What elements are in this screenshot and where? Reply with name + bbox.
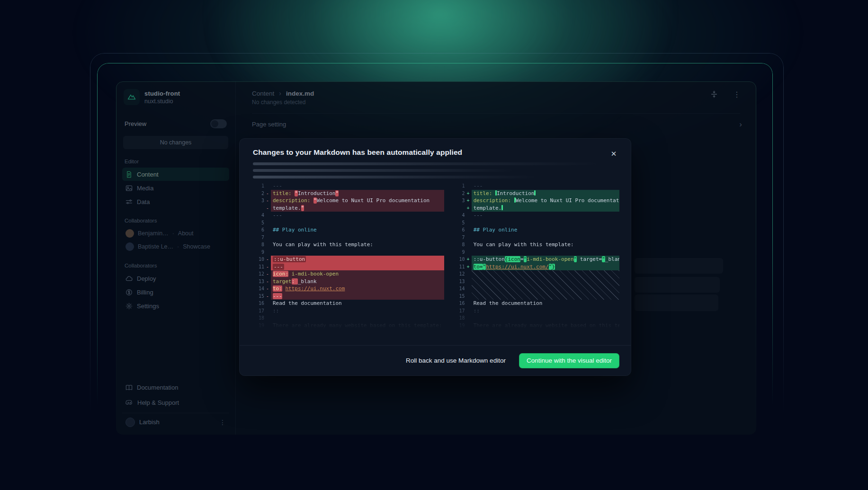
marker-empty bbox=[465, 241, 472, 249]
code-segment: : bbox=[292, 278, 298, 285]
deletion-marker: - bbox=[264, 256, 271, 263]
marker-empty bbox=[465, 293, 472, 300]
code-text: template." bbox=[271, 205, 444, 212]
line-number: 16 bbox=[452, 300, 465, 307]
code-text: --- bbox=[472, 182, 645, 190]
code-segment: } bbox=[552, 264, 555, 270]
code-text: to="https://ui.nuxt.com/"} bbox=[472, 263, 645, 271]
marker-empty bbox=[465, 278, 472, 285]
code-segment: description: bbox=[474, 197, 511, 204]
rollback-button[interactable]: Roll back and use Markdown editor bbox=[406, 357, 506, 364]
line-number: 6 bbox=[251, 226, 264, 234]
code-segment: ## Play online bbox=[273, 227, 317, 233]
deletion-marker: - bbox=[264, 278, 271, 285]
code-segment: to: bbox=[273, 285, 282, 292]
diff-pane-additions: 1---2+title: Introduction3+description: … bbox=[452, 182, 645, 333]
diff-line: 5 bbox=[251, 219, 444, 227]
code-text: title: Introduction bbox=[472, 190, 645, 197]
code-segment: --- bbox=[273, 264, 284, 270]
marker-empty bbox=[465, 226, 472, 234]
code-segment: description: bbox=[273, 197, 310, 204]
code-segment: ## Play online bbox=[474, 227, 518, 233]
line-number: 1 bbox=[452, 182, 465, 190]
line-number: 8 bbox=[452, 241, 465, 249]
code-segment: Introduction bbox=[298, 190, 335, 196]
code-text: --- bbox=[271, 263, 444, 271]
diff-line: 18 bbox=[452, 314, 645, 322]
diff-line: 17:: bbox=[452, 307, 645, 315]
code-text: icon: i-mdi-book-open bbox=[271, 270, 444, 278]
code-text: You can play with this template: bbox=[472, 241, 645, 249]
line-number: 7 bbox=[452, 234, 465, 241]
diff-line: 9 bbox=[251, 249, 444, 256]
deletion-marker: - bbox=[264, 197, 271, 205]
code-text: --- bbox=[271, 182, 444, 190]
diff-pane-deletions: 1---2-title: "Introduction"3-description… bbox=[251, 182, 444, 333]
line-number: 11 bbox=[251, 263, 264, 271]
diff-line: 2+title: Introduction bbox=[452, 190, 645, 197]
marker-empty bbox=[465, 219, 472, 227]
diff-line: 11+to="https://ui.nuxt.com/"} bbox=[452, 263, 645, 271]
code-text: --- bbox=[271, 212, 444, 219]
code-segment: --- bbox=[474, 212, 483, 218]
code-segment: --- bbox=[273, 293, 282, 299]
code-segment: Read the documentation bbox=[474, 300, 543, 306]
line-number: 9 bbox=[251, 249, 264, 256]
code-segment: --- bbox=[273, 183, 282, 189]
diff-line: 3+description: Welcome to Nuxt UI Pro do… bbox=[452, 197, 645, 205]
code-segment bbox=[511, 197, 514, 204]
diff-line: 1--- bbox=[251, 182, 444, 190]
code-text: to: https://ui.nuxt.com bbox=[271, 285, 444, 293]
code-text bbox=[472, 219, 645, 227]
code-segment: Welcome to Nuxt UI Pro documentation bbox=[516, 197, 628, 204]
code-text bbox=[472, 314, 645, 322]
diff-line: 16Read the documentation bbox=[452, 300, 645, 307]
diff-line: +template. bbox=[452, 205, 645, 212]
diff-line: 10+::u-button{icon="i-mdi-book-open" tar… bbox=[452, 256, 645, 263]
marker-empty bbox=[465, 182, 472, 190]
code-text bbox=[271, 219, 444, 227]
deletion-marker: - bbox=[264, 190, 271, 197]
diff-line: 6## Play online bbox=[251, 226, 444, 234]
marker-empty bbox=[465, 234, 472, 241]
code-text: ## Play online bbox=[472, 226, 645, 234]
code-text: --- bbox=[271, 293, 444, 300]
line-number: 10 bbox=[452, 256, 465, 263]
code-text: Read the documentation bbox=[271, 300, 444, 307]
close-icon[interactable]: ✕ bbox=[609, 149, 618, 159]
diff-line: 18 bbox=[251, 314, 444, 322]
line-number: 8 bbox=[251, 241, 264, 249]
deletion-marker: - bbox=[264, 285, 271, 293]
code-text: title: "Introduction" bbox=[271, 190, 444, 197]
code-segment: icon: bbox=[273, 271, 288, 277]
line-number: 6 bbox=[452, 226, 465, 234]
marker-empty bbox=[465, 322, 472, 330]
marker-empty bbox=[465, 285, 472, 293]
code-text: --- bbox=[472, 212, 645, 219]
deletion-marker: - bbox=[264, 263, 271, 271]
modal-title: Changes to your Markdown has been automa… bbox=[240, 139, 631, 157]
line-number: 5 bbox=[452, 219, 465, 227]
code-segment: :: bbox=[273, 308, 279, 314]
code-text: :: bbox=[472, 307, 645, 315]
line-number: 5 bbox=[251, 219, 264, 227]
marker-empty bbox=[465, 249, 472, 256]
diff-line: 7 bbox=[251, 234, 444, 241]
code-segment: " bbox=[624, 256, 627, 262]
continue-button[interactable]: Continue with the visual editor bbox=[519, 353, 619, 368]
marker-empty bbox=[465, 212, 472, 219]
line-number: 2 bbox=[251, 190, 264, 197]
diff-line: 8You can play with this template: bbox=[452, 241, 645, 249]
diff-line: 2-title: "Introduction" bbox=[251, 190, 444, 197]
marker-empty bbox=[465, 270, 472, 278]
code-segment: _blank bbox=[605, 256, 624, 262]
modal-footer: Roll back and use Markdown editor Contin… bbox=[240, 345, 631, 375]
code-segment: ::u-button bbox=[474, 256, 505, 262]
code-text: template. bbox=[472, 205, 645, 212]
line-number bbox=[251, 205, 264, 212]
diff-line: 8You can play with this template: bbox=[251, 241, 444, 249]
code-text bbox=[472, 234, 645, 241]
code-segment: title: bbox=[273, 190, 292, 196]
addition-marker: + bbox=[465, 197, 472, 205]
line-number: 3 bbox=[452, 197, 465, 205]
